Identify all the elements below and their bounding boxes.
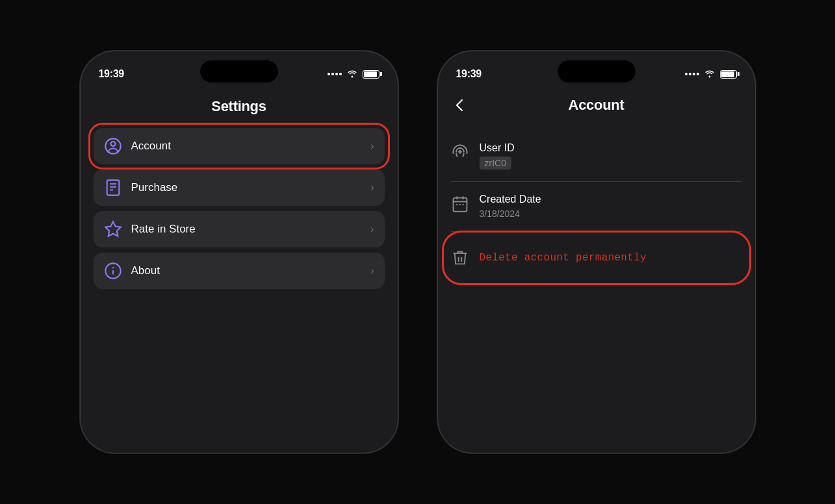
settings-item-purchase[interactable]: Purchase › bbox=[94, 170, 385, 206]
status-icons-left bbox=[328, 69, 379, 80]
svg-marker-6 bbox=[105, 221, 120, 236]
rdot2 bbox=[689, 73, 691, 75]
account-info-list: User ID zrIC0 bbox=[451, 131, 742, 279]
rate-label: Rate in Store bbox=[131, 223, 196, 236]
dot4 bbox=[339, 73, 342, 75]
user-id-content: User ID zrIC0 bbox=[480, 142, 742, 170]
fingerprint-icon bbox=[451, 144, 469, 162]
about-chevron: › bbox=[370, 265, 374, 277]
phone-left: 19:39 Settings bbox=[80, 51, 398, 453]
created-date-label: Created Date bbox=[480, 194, 742, 205]
trash-icon bbox=[451, 249, 469, 267]
signal-dots-left bbox=[328, 73, 342, 75]
purchase-chevron: › bbox=[370, 182, 374, 194]
wifi-icon-right bbox=[703, 69, 716, 80]
svg-rect-2 bbox=[107, 180, 119, 195]
user-id-label: User ID bbox=[480, 142, 742, 154]
dot3 bbox=[335, 73, 338, 75]
dot2 bbox=[331, 73, 334, 75]
settings-item-account[interactable]: Account › bbox=[94, 128, 385, 164]
account-label: Account bbox=[131, 140, 171, 153]
calendar-icon bbox=[451, 195, 469, 213]
user-id-value: zrIC0 bbox=[480, 157, 511, 170]
account-nav-title: Account bbox=[569, 97, 624, 114]
wifi-icon-left bbox=[346, 69, 359, 80]
rdot3 bbox=[693, 73, 695, 75]
created-date-row: Created Date 3/18/2024 bbox=[451, 182, 742, 232]
settings-title: Settings bbox=[94, 98, 385, 115]
about-item-left: About bbox=[104, 262, 160, 280]
dynamic-island-right bbox=[558, 60, 636, 82]
dynamic-island-left bbox=[200, 60, 278, 82]
svg-point-1 bbox=[110, 142, 115, 146]
receipt-icon bbox=[104, 179, 122, 197]
rate-chevron: › bbox=[370, 223, 374, 235]
person-circle-icon bbox=[104, 137, 122, 155]
delete-account-row[interactable]: Delete account permanently bbox=[451, 237, 742, 279]
status-icons-right bbox=[685, 69, 737, 80]
settings-item-rate[interactable]: Rate in Store › bbox=[94, 211, 385, 247]
about-label: About bbox=[131, 264, 160, 277]
settings-list: Account › Purchase bbox=[94, 128, 385, 289]
battery-icon-right bbox=[720, 70, 737, 79]
purchase-label: Purchase bbox=[131, 181, 178, 194]
rate-item-left: Rate in Store bbox=[104, 220, 196, 238]
rdot1 bbox=[685, 73, 687, 75]
purchase-item-left: Purchase bbox=[104, 179, 178, 197]
info-circle-icon bbox=[104, 262, 122, 280]
back-button[interactable] bbox=[451, 97, 468, 114]
time-right: 19:39 bbox=[456, 68, 482, 80]
user-id-row: User ID zrIC0 bbox=[451, 131, 742, 182]
phone-right: 19:39 bbox=[437, 51, 756, 453]
signal-dots-right bbox=[685, 73, 699, 75]
account-chevron: › bbox=[370, 140, 374, 152]
account-item-left: Account bbox=[104, 137, 171, 155]
star-icon bbox=[104, 220, 122, 238]
settings-item-about[interactable]: About › bbox=[94, 253, 385, 289]
nav-header: Account bbox=[451, 92, 742, 124]
account-screen: Account User ID bbox=[438, 86, 755, 292]
battery-icon-left bbox=[363, 70, 379, 79]
settings-screen: Settings Account › bbox=[81, 86, 398, 302]
delete-account-label[interactable]: Delete account permanently bbox=[480, 252, 647, 264]
created-date-content: Created Date 3/18/2024 bbox=[480, 194, 742, 220]
created-date-value: 3/18/2024 bbox=[480, 208, 520, 219]
rdot4 bbox=[697, 73, 699, 75]
dot1 bbox=[328, 73, 330, 75]
time-left: 19:39 bbox=[99, 68, 124, 80]
